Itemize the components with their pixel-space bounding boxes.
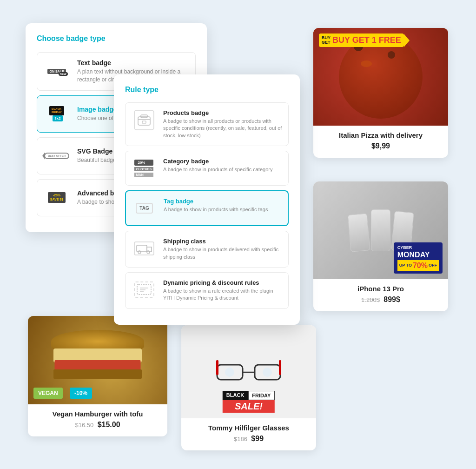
iphone-price-new: 899$ bbox=[383, 295, 400, 303]
glasses-product-card: BLACK FRIDAY SALE! Tommy Hilfilger Glass… bbox=[181, 325, 316, 450]
dynamic-svg-icon bbox=[136, 283, 152, 295]
svg-point-7 bbox=[225, 368, 234, 377]
svg-badge-icon: BEST OFFER bbox=[43, 144, 71, 168]
category-badge-description: A badge to show in products of specific … bbox=[163, 166, 272, 173]
iphone-product-price: 1.200$ 899$ bbox=[321, 295, 441, 304]
category-clothes-badge: CLOTHES bbox=[134, 167, 153, 171]
text-badge-icon: ON SALE NEW bbox=[43, 60, 71, 83]
svg-rect-10 bbox=[141, 115, 147, 118]
glasses-illustration bbox=[216, 358, 281, 386]
pizza-product-info: Italian Pizza with delivery $9,99 bbox=[313, 126, 448, 158]
bf-friday-text: FRIDAY bbox=[248, 391, 275, 400]
discount-badge: -10% bbox=[70, 388, 92, 399]
hamburger-product-card: VEGAN -10% Vegan Hamburger with tofu $16… bbox=[28, 316, 167, 436]
dynamic-pricing-option[interactable]: Dynamic pricing & discount rules A badge… bbox=[125, 272, 289, 309]
bf-top: BLACK FRIDAY bbox=[223, 391, 275, 400]
products-badge-icon bbox=[131, 109, 157, 130]
svg-rect-13 bbox=[137, 245, 147, 252]
iphone-image-area: CYBER MONDAY UP TO 70% OFF bbox=[313, 181, 448, 279]
glasses-image-area: BLACK FRIDAY SALE! bbox=[181, 325, 316, 418]
tag-badge-description: A badge to show in products with specifi… bbox=[164, 206, 268, 213]
badge-arrow bbox=[404, 34, 410, 47]
tag-badge-icon: TAG bbox=[132, 198, 157, 219]
shipping-class-label: Shipping class bbox=[163, 238, 283, 245]
shipping-svg-icon bbox=[136, 243, 152, 254]
iphone-product-name: iPhone 13 Pro bbox=[321, 285, 441, 293]
glasses-product-price: $186 $99 bbox=[189, 435, 309, 443]
category-badge-icon: -20% CLOTHES MAN bbox=[131, 158, 157, 179]
dynamic-pricing-label: Dynamic pricing & discount rules bbox=[163, 279, 283, 286]
category-icon-group: -20% CLOTHES MAN bbox=[134, 160, 153, 177]
pizza-product-name: Italian Pizza with delivery bbox=[321, 131, 441, 139]
new-mini-badge: NEW bbox=[59, 72, 68, 76]
choose-badge-panel-title: Choose badge type bbox=[37, 34, 196, 43]
cyber-line1: CYBER bbox=[397, 245, 439, 250]
best-offer-mini: BEST OFFER bbox=[44, 153, 69, 159]
cyber-off: OFF bbox=[429, 263, 437, 268]
image-badge-icon: BLACKFRIDAY 3x2 bbox=[43, 102, 71, 126]
hamburger-product-price: $16.50 $15.00 bbox=[35, 421, 160, 429]
tag-badge-text: Tag badge A badge to show in products wi… bbox=[164, 198, 268, 213]
phone-1 bbox=[348, 213, 370, 252]
hamburger-product-info: Vegan Hamburger with tofu $16.50 $15.00 bbox=[28, 404, 167, 436]
pizza-image-area: BUY GET BUY GET 1 FREE bbox=[313, 28, 448, 126]
shipping-class-text: Shipping class A badge to show in produc… bbox=[163, 238, 283, 261]
products-badge-label: Products badge bbox=[163, 109, 283, 116]
twenty-save-mini: -20%SAVE 9$ bbox=[48, 192, 66, 203]
cyber-percent: 70% bbox=[413, 261, 428, 270]
tag-icon-box: TAG bbox=[136, 203, 152, 214]
hamburger-price-new: $15.00 bbox=[98, 421, 120, 429]
bf-black-text: BLACK bbox=[223, 391, 248, 400]
products-svg-icon bbox=[137, 113, 151, 127]
pizza-product-card: BUY GET BUY GET 1 FREE Italian Pizza wit… bbox=[313, 28, 448, 158]
vegan-badge: VEGAN bbox=[33, 388, 63, 399]
cyber-up-to: UP TO bbox=[399, 263, 412, 268]
glasses-product-info: Tommy Hilfilger Glasses $186 $99 bbox=[181, 418, 316, 450]
category-badge-option[interactable]: -20% CLOTHES MAN Category badge A badge … bbox=[125, 151, 289, 186]
buy-get-badge-inner: BUY GET BUY GET 1 FREE bbox=[319, 34, 404, 47]
cyber-line2: MONDAY bbox=[397, 250, 439, 259]
dynamic-pricing-icon bbox=[131, 279, 157, 300]
category-man-badge: MAN bbox=[134, 173, 153, 177]
category-badge-text: Category badge A badge to show in produc… bbox=[163, 158, 272, 173]
text-badge-label: Text badge bbox=[77, 59, 190, 67]
on-sale-mini-badge: ON SALE NEW bbox=[47, 69, 66, 74]
iphone-product-card: CYBER MONDAY UP TO 70% OFF iPhone 13 Pro… bbox=[313, 181, 448, 311]
shipping-class-option[interactable]: Shipping class A badge to show in produc… bbox=[125, 231, 289, 268]
hamburger-image-area: VEGAN -10% bbox=[28, 316, 167, 404]
category-badge-label: Category badge bbox=[163, 158, 272, 165]
products-badge-text: Products badge A badge to show in all pr… bbox=[163, 109, 283, 139]
hamburger-price-old: $16.50 bbox=[75, 422, 93, 429]
tag-badge-label: Tag badge bbox=[164, 198, 268, 205]
dynamic-pricing-description: A badge to show in a rule created with t… bbox=[163, 288, 283, 302]
svg-rect-12 bbox=[142, 121, 146, 123]
cyber-monday-badge: CYBER MONDAY UP TO 70% OFF bbox=[394, 242, 443, 274]
products-icon-box bbox=[134, 110, 154, 130]
badge-free-text: BUY GET 1 FREE bbox=[332, 35, 401, 45]
phone-2 bbox=[371, 209, 390, 251]
pizza-price: $9,99 bbox=[371, 142, 390, 150]
hamburger-product-name: Vegan Hamburger with tofu bbox=[35, 410, 160, 418]
pizza-product-price: $9,99 bbox=[321, 142, 441, 150]
rule-type-panel-title: Rule type bbox=[125, 86, 289, 94]
advanced-badge-icon: -20%SAVE 9$ bbox=[43, 186, 71, 209]
glasses-product-name: Tommy Hilfilger Glasses bbox=[189, 424, 309, 432]
rule-type-panel: Rule type Products badge A badge to show… bbox=[114, 74, 300, 325]
glasses-price-old: $186 bbox=[234, 436, 247, 442]
iphone-product-info: iPhone 13 Pro 1.200$ 899$ bbox=[313, 279, 448, 311]
glasses-price-new: $99 bbox=[251, 435, 264, 442]
svg-point-15 bbox=[138, 251, 141, 254]
svg-point-16 bbox=[147, 251, 150, 254]
shipping-icon-box bbox=[134, 241, 154, 255]
products-badge-option[interactable]: Products badge A badge to show in all pr… bbox=[125, 102, 289, 146]
dynamic-icon-box bbox=[134, 281, 154, 298]
shipping-class-icon bbox=[131, 238, 157, 259]
svg-point-8 bbox=[263, 368, 272, 377]
svg-rect-17 bbox=[137, 284, 151, 295]
bf-sale-text: SALE! bbox=[223, 400, 275, 413]
three-x-two-mini: 3x2 bbox=[53, 115, 62, 121]
svg-rect-5 bbox=[216, 360, 218, 375]
scene: BUY GET BUY GET 1 FREE Italian Pizza wit… bbox=[0, 0, 476, 469]
black-friday-badge: BLACK FRIDAY SALE! bbox=[223, 391, 275, 413]
tag-badge-option[interactable]: TAG Tag badge A badge to show in product… bbox=[125, 190, 289, 226]
